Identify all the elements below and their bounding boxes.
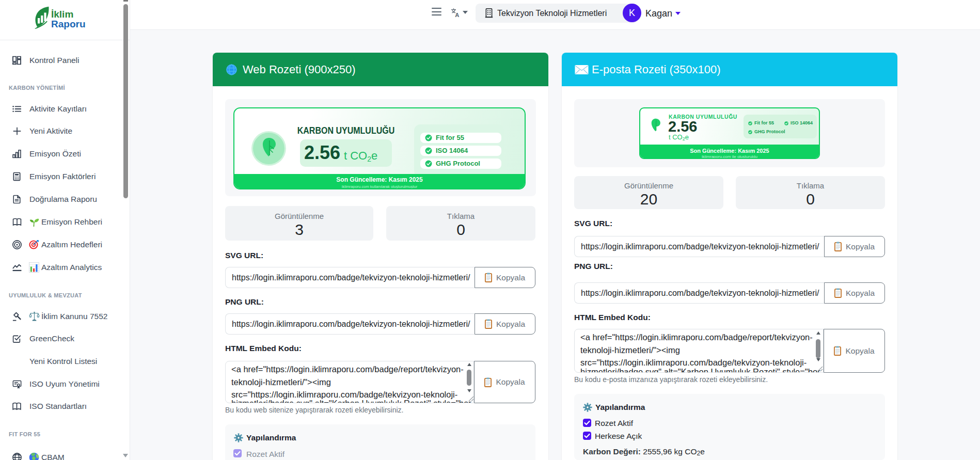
svg-text:A: A xyxy=(455,12,459,18)
